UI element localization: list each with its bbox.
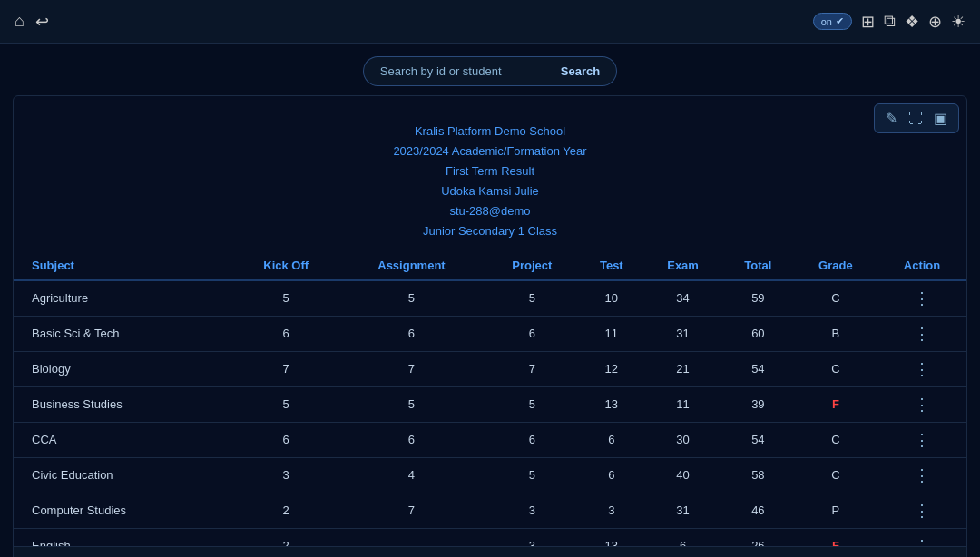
cell-total: 39: [722, 386, 794, 422]
cell-exam: 31: [643, 316, 722, 351]
cell-test: 12: [580, 351, 643, 386]
check-icon: ✔: [836, 15, 844, 27]
cell-assignment: 4: [338, 457, 485, 493]
edit-icon[interactable]: ✎: [882, 108, 901, 129]
search-button[interactable]: Search: [544, 56, 617, 86]
action-menu-icon[interactable]: ⋮: [914, 325, 930, 343]
cell-kickoff: 7: [234, 351, 338, 386]
cell-action[interactable]: ⋮: [877, 351, 966, 386]
table-row: Agriculture 5 5 5 10 34 59 C ⋮: [14, 280, 966, 317]
search-input[interactable]: [363, 56, 544, 86]
grid-icon[interactable]: ⊞: [861, 12, 875, 32]
cell-test: 3: [580, 493, 643, 528]
cell-total: 60: [722, 316, 794, 351]
cell-subject: Basic Sci & Tech: [14, 316, 234, 351]
col-subject: Subject: [14, 251, 234, 280]
action-menu-icon[interactable]: ⋮: [914, 396, 930, 414]
cell-action[interactable]: ⋮: [877, 386, 966, 422]
col-kickoff: Kick Off: [234, 251, 338, 280]
cell-assignment: 5: [338, 386, 485, 422]
cell-exam: 34: [643, 280, 722, 317]
print-icon[interactable]: ⊕: [928, 12, 942, 32]
col-grade: Grade: [794, 251, 877, 280]
window-icon[interactable]: ⧉: [884, 12, 896, 31]
col-total: Total: [722, 251, 794, 280]
cell-grade: F: [794, 386, 877, 422]
layers-icon[interactable]: ❖: [905, 12, 919, 32]
cell-grade: C: [794, 422, 877, 457]
cell-action[interactable]: ⋮: [877, 280, 966, 317]
main-container: ✎ ⛶ ▣ Kralis Platform Demo School 2023/2…: [13, 95, 967, 557]
cell-project: 6: [485, 316, 580, 351]
table-row: Civic Education 3 4 5 6 40 58 C ⋮: [14, 457, 966, 493]
cell-kickoff: 6: [234, 316, 338, 351]
cell-kickoff: 5: [234, 386, 338, 422]
cell-subject: Agriculture: [14, 280, 234, 317]
cell-exam: 30: [643, 422, 722, 457]
cell-exam: 11: [643, 386, 722, 422]
square-icon[interactable]: ▣: [930, 108, 951, 129]
action-menu-icon[interactable]: ⋮: [914, 289, 930, 308]
action-menu-icon[interactable]: ⋮: [914, 466, 930, 484]
cell-project: 5: [485, 457, 580, 493]
cell-project: 3: [485, 493, 580, 528]
table-header-row: Subject Kick Off Assignment Project Test…: [14, 251, 966, 280]
cell-kickoff: 3: [234, 457, 338, 493]
cell-subject: Civic Education: [14, 457, 234, 493]
cell-project: 5: [485, 386, 580, 422]
brightness-icon[interactable]: ☀: [951, 12, 965, 32]
on-badge: on ✔: [813, 13, 852, 30]
topbar-right: on ✔ ⊞ ⧉ ❖ ⊕ ☀: [813, 12, 965, 32]
cell-subject: CCA: [14, 422, 234, 457]
cell-assignment: 6: [338, 422, 485, 457]
col-project: Project: [485, 251, 580, 280]
cell-assignment: 7: [338, 493, 485, 528]
cell-action[interactable]: ⋮: [877, 422, 966, 457]
cell-test: 6: [580, 457, 643, 493]
cell-total: 59: [722, 280, 794, 317]
cell-total: 54: [722, 422, 794, 457]
cell-assignment: 7: [338, 351, 485, 386]
cell-exam: 21: [643, 351, 722, 386]
topbar-left: ⌂ ↩: [15, 12, 49, 32]
cell-action[interactable]: ⋮: [877, 493, 966, 528]
results-table-wrapper: Subject Kick Off Assignment Project Test…: [14, 251, 966, 557]
fullscreen-icon[interactable]: ⛶: [905, 109, 926, 129]
table-row: Biology 7 7 7 12 21 54 C ⋮: [14, 351, 966, 386]
action-menu-icon[interactable]: ⋮: [914, 360, 930, 378]
col-action: Action: [877, 251, 966, 280]
results-table: Subject Kick Off Assignment Project Test…: [14, 251, 966, 557]
cell-test: 6: [580, 422, 643, 457]
cell-project: 6: [485, 422, 580, 457]
search-area: Search: [0, 44, 980, 95]
back-icon[interactable]: ↩: [35, 12, 49, 32]
school-name: Kralis Platform Demo School: [14, 122, 966, 142]
class: Junior Secondary 1 Class: [14, 221, 966, 241]
student-name: Udoka Kamsi Julie: [14, 181, 966, 201]
topbar: ⌂ ↩ on ✔ ⊞ ⧉ ❖ ⊕ ☀: [0, 0, 980, 44]
cell-action[interactable]: ⋮: [877, 316, 966, 351]
cell-subject: Business Studies: [14, 386, 234, 422]
cell-test: 13: [580, 386, 643, 422]
home-icon[interactable]: ⌂: [15, 12, 24, 31]
action-menu-icon[interactable]: ⋮: [914, 431, 930, 449]
cell-test: 11: [580, 316, 643, 351]
cell-subject: Computer Studies: [14, 493, 234, 528]
table-row: CCA 6 6 6 6 30 54 C ⋮: [14, 422, 966, 457]
cell-grade: P: [794, 493, 877, 528]
action-menu-icon[interactable]: ⋮: [914, 502, 930, 520]
cell-total: 58: [722, 457, 794, 493]
table-row: Computer Studies 2 7 3 3 31 46 P ⋮: [14, 493, 966, 528]
cell-total: 54: [722, 351, 794, 386]
cell-exam: 40: [643, 457, 722, 493]
cell-project: 5: [485, 280, 580, 317]
cell-assignment: 6: [338, 316, 485, 351]
cell-total: 46: [722, 493, 794, 528]
cell-kickoff: 5: [234, 280, 338, 317]
cell-test: 10: [580, 280, 643, 317]
student-id: stu-288@demo: [14, 201, 966, 221]
cell-action[interactable]: ⋮: [877, 457, 966, 493]
on-label: on: [821, 16, 832, 27]
table-row: Business Studies 5 5 5 13 11 39 F ⋮: [14, 386, 966, 422]
cell-grade: C: [794, 457, 877, 493]
